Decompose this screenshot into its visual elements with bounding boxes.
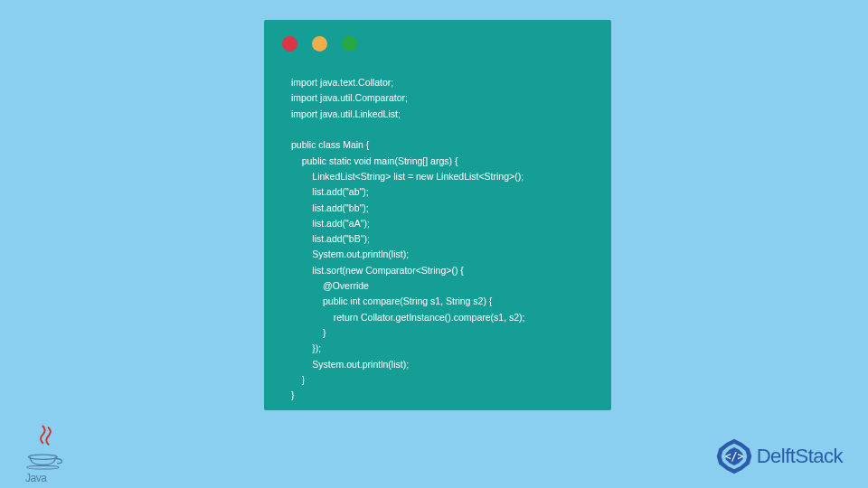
code-content: import java.text.Collator; import java.u… — [264, 52, 611, 422]
code-window: import java.text.Collator; import java.u… — [264, 20, 611, 410]
svg-point-0 — [29, 455, 58, 459]
delftstack-text: DelftStack — [757, 445, 843, 468]
delftstack-logo: </> DelftStack — [715, 437, 843, 475]
svg-point-1 — [27, 465, 59, 469]
window-traffic-lights — [264, 20, 611, 52]
java-logo-text: Java — [25, 472, 69, 484]
maximize-icon — [342, 36, 357, 52]
minimize-icon — [312, 36, 327, 52]
java-cup-icon — [25, 454, 65, 470]
close-icon — [282, 36, 297, 52]
java-logo: Java — [25, 425, 69, 481]
svg-text:</>: </> — [724, 450, 743, 463]
java-steam-icon — [33, 425, 61, 450]
delftstack-icon: </> — [715, 437, 753, 475]
